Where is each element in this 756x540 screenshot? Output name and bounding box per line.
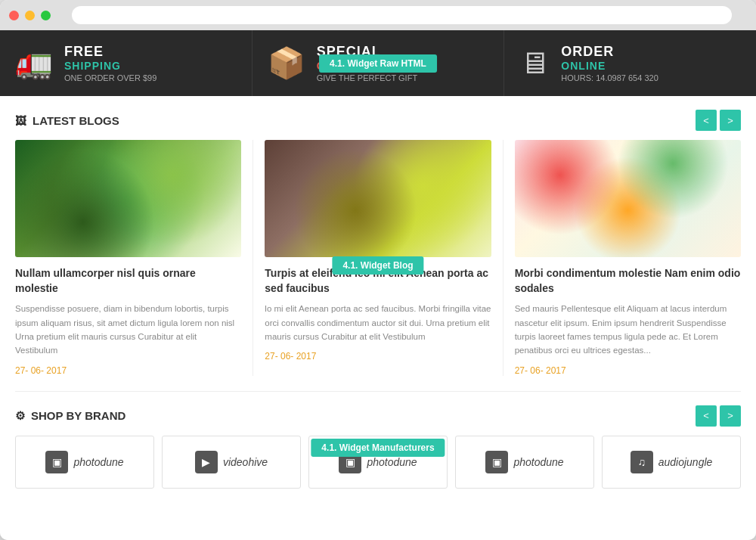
- banner-order-title: ORDER: [561, 44, 658, 60]
- blog-date-2: 27- 06- 2017: [265, 351, 491, 362]
- banners-section: 🚛 FREE SHIPPING ONE ORDER OVER $99 📦 SPE…: [0, 30, 756, 96]
- brand-grid: ▣ photodune ▶ videohive ▣ photodune: [0, 436, 756, 504]
- brand-logo-4: ▣ photodune: [485, 451, 563, 473]
- brands-prev-button[interactable]: <: [696, 405, 717, 427]
- brand-logo-5: ♫ audiojungle: [631, 451, 713, 473]
- blog-title-3: Morbi condimentum molestie Nam enim odio…: [515, 266, 741, 296]
- blog-card-2[interactable]: Turpis at eleifend leo mi elit Aenean po…: [253, 140, 503, 376]
- brand-card-3[interactable]: ▣ photodune: [308, 436, 448, 489]
- blog-excerpt-3: Sed mauris Pellentesque elit Aliquam at …: [515, 302, 741, 358]
- blogs-next-button[interactable]: >: [720, 110, 741, 131]
- banner-order-online[interactable]: 🖥 ORDER ONLINE HOURS: 14.0987 654 320: [504, 30, 756, 96]
- brand-name-2: videohive: [223, 456, 268, 468]
- blog-date-3: 27- 06- 2017: [515, 365, 741, 376]
- monitor-icon: 🖥: [519, 46, 550, 80]
- blog-date-1: 27- 06- 2017: [15, 365, 241, 376]
- brand-card-1[interactable]: ▣ photodune: [15, 436, 154, 489]
- banner-order-subtitle: ONLINE: [561, 60, 658, 72]
- blog-image-3: [515, 140, 741, 257]
- raw-html-widget-label: 4.1. Widget Raw HTML: [319, 54, 437, 73]
- brand-logo-3: ▣ photodune: [339, 451, 417, 473]
- browser-window: 🚛 FREE SHIPPING ONE ORDER OVER $99 📦 SPE…: [0, 0, 756, 540]
- brand-icon-4: ▣: [485, 451, 508, 473]
- blog-image-2: [265, 140, 491, 257]
- blog-image-1: [15, 140, 241, 257]
- image-icon: 🖼: [15, 114, 26, 127]
- truck-icon: 🚛: [15, 45, 53, 81]
- blog-card-1[interactable]: Nullam ullamcorper nisl quis ornare mole…: [15, 140, 253, 376]
- brand-name-1: photodune: [73, 456, 123, 468]
- brands-section-header: ⚙ SHOP BY BRAND < >: [0, 392, 756, 436]
- blog-grid: Nullam ullamcorper nisl quis ornare mole…: [0, 140, 756, 391]
- brands-section: ⚙ SHOP BY BRAND < > ▣ photodune: [0, 392, 756, 504]
- banner-free-shipping[interactable]: 🚛 FREE SHIPPING ONE ORDER OVER $99: [0, 30, 253, 96]
- blog-title-1: Nullam ullamcorper nisl quis ornare mole…: [15, 266, 241, 296]
- dot-red[interactable]: [9, 11, 19, 20]
- banner-free-desc: ONE ORDER OVER $99: [64, 73, 156, 82]
- banner-order-text: ORDER ONLINE HOURS: 14.0987 654 320: [561, 44, 658, 82]
- banner-free-subtitle: SHIPPING: [64, 60, 156, 72]
- gift-icon: 📦: [268, 45, 305, 81]
- brand-card-2[interactable]: ▶ videohive: [162, 436, 301, 489]
- brand-icon-2: ▶: [195, 451, 218, 473]
- brand-icon-5: ♫: [631, 451, 653, 473]
- blogs-section-header: 🖼 LATEST BLOGS < >: [0, 96, 756, 140]
- browser-titlebar: [0, 0, 756, 30]
- blog-excerpt-2: lo mi elit Aenean porta ac sed faucibus.…: [265, 302, 491, 343]
- address-bar[interactable]: [72, 6, 732, 24]
- blog-excerpt-1: Suspendisse posuere, diam in bibendum lo…: [15, 302, 241, 358]
- brand-name-3: photodune: [367, 456, 417, 468]
- banner-order-desc: HOURS: 14.0987 654 320: [561, 73, 658, 82]
- brand-card-5[interactable]: ♫ audiojungle: [602, 436, 741, 489]
- banner-free-shipping-text: FREE SHIPPING ONE ORDER OVER $99: [64, 44, 156, 82]
- brand-logo-2: ▶ videohive: [195, 451, 268, 473]
- banner-free-title: FREE: [64, 44, 156, 60]
- brands-nav-arrows: < >: [696, 405, 741, 427]
- brand-icon-1: ▣: [45, 451, 68, 473]
- brand-logo-1: ▣ photodune: [45, 451, 123, 473]
- blogs-prev-button[interactable]: <: [696, 110, 717, 131]
- banner-gift-desc: GIVE THE PERFECT GIFT: [317, 73, 417, 82]
- brand-name-4: photodune: [513, 456, 563, 468]
- banner-gift-cards[interactable]: 📦 SPECIAL GIFT CARDS GIVE THE PERFECT GI…: [253, 30, 505, 96]
- brands-next-button[interactable]: >: [720, 405, 741, 427]
- blogs-nav-arrows: < >: [696, 110, 741, 131]
- blog-title-2: Turpis at eleifend leo mi elit Aenean po…: [265, 266, 491, 296]
- dot-yellow[interactable]: [25, 11, 35, 20]
- brand-name-5: audiojungle: [658, 456, 713, 468]
- brand-icon-3: ▣: [339, 451, 361, 473]
- dot-green[interactable]: [41, 11, 51, 20]
- blog-grid-section: Nullam ullamcorper nisl quis ornare mole…: [0, 140, 756, 391]
- gear-icon: ⚙: [15, 409, 25, 423]
- brands-title: ⚙ SHOP BY BRAND: [15, 409, 125, 423]
- page-content: 🚛 FREE SHIPPING ONE ORDER OVER $99 📦 SPE…: [0, 30, 756, 540]
- brand-card-4[interactable]: ▣ photodune: [455, 436, 594, 489]
- blog-card-3[interactable]: Morbi condimentum molestie Nam enim odio…: [503, 140, 741, 376]
- blogs-title: 🖼 LATEST BLOGS: [15, 114, 119, 127]
